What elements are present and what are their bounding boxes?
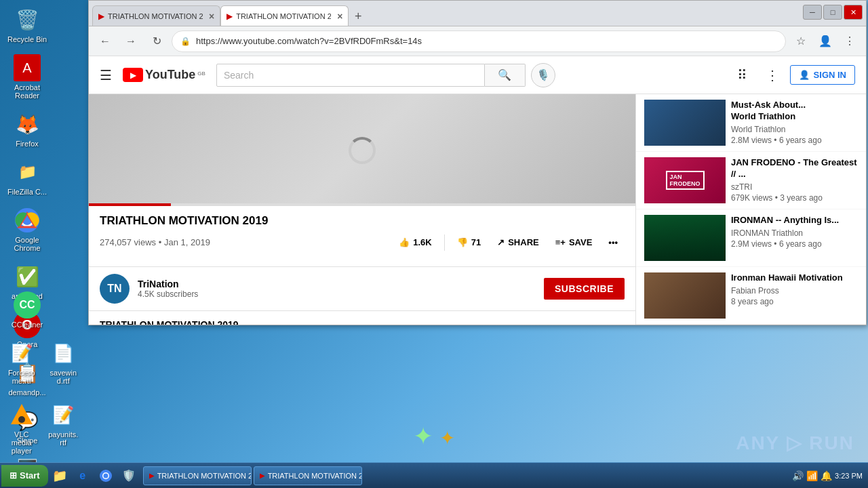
yt-logo-icon: ▶ — [123, 68, 143, 82]
close-button[interactable]: ✕ — [844, 5, 863, 20]
desktop-icon-chrome[interactable]: Google Chrome — [3, 204, 51, 255]
taskbar-task-2[interactable]: ▶ TRIATHLON MOTIVATION 2019 - Yo... — [254, 466, 362, 485]
yt-signin-button[interactable]: 👤 SIGN IN — [790, 65, 855, 85]
yt-mic-button[interactable]: 🎙️ — [531, 63, 555, 87]
taskbar-ie-icon[interactable]: e — [73, 466, 93, 486]
video-loading-spinner — [349, 137, 376, 164]
browser-tab-1[interactable]: ▶ TRIATHLON MOTIVATION 2019 - Yo... × — [92, 5, 220, 26]
sidebar-vid-channel-4: Fabian Pross — [731, 286, 858, 296]
task1-label: TRIATHLON MOTIVATION 2019 - Yo... — [157, 472, 252, 480]
save-button[interactable]: ≡+ SAVE — [549, 233, 599, 251]
new-tab-button[interactable]: + — [349, 7, 368, 26]
forward-button[interactable]: → — [120, 30, 142, 52]
channel-info: TriNation 4.5K subscribers — [138, 279, 536, 299]
tray-network-icon[interactable]: 🔊 — [792, 470, 804, 481]
sidebar-video-2[interactable]: JANFRODENO JAN FRODENO - The Greatest //… — [636, 152, 866, 209]
acrobat-icon: A — [14, 54, 41, 81]
taskbar-tasks: ▶ TRIATHLON MOTIVATION 2019 - Yo... ▶ TR… — [143, 466, 784, 485]
forcesome-icon: 📝 — [8, 340, 35, 367]
yt-more-button[interactable]: ⋮ — [760, 63, 785, 87]
desktop-icon-ccleaner[interactable]: CC CCleaner — [3, 289, 51, 331]
desktop-icon-filezilla[interactable]: 📁 FileZilla C... — [3, 156, 51, 199]
sidebar-thumb-3 — [644, 215, 726, 261]
sidebar-vid-info-2: JAN FRODENO - The Greatest // ... szTRI … — [731, 157, 858, 203]
yt-logo-sup: GB — [197, 70, 205, 77]
yt-logo-text: YouTube — [145, 68, 195, 82]
desktop-icon-acrobat[interactable]: A Acrobat Reader — [3, 52, 51, 102]
profile-button[interactable]: 👤 — [814, 30, 836, 52]
sidebar-vid-title-3: IRONMAN -- Anything Is... — [731, 215, 858, 226]
chrome-label: Google Chrome — [6, 236, 48, 252]
desktop: 🗑️ Recycle Bin A Acrobat Reader 🦊 Firefo… — [0, 0, 868, 488]
svg-point-7 — [103, 473, 108, 478]
tab1-favicon: ▶ — [98, 12, 104, 21]
subscribe-button[interactable]: SUBSCRIBE — [544, 278, 625, 300]
sidebar-vid-title-2: JAN FRODENO - The Greatest // ... — [731, 157, 858, 180]
yt-search-input[interactable]: Search — [216, 64, 485, 87]
vlc-label: VLC media player — [6, 430, 37, 455]
channel-name[interactable]: TriNation — [138, 279, 536, 289]
browser-tab-2[interactable]: ▶ TRIATHLON MOTIVATION 2019 - Yo... × — [220, 5, 349, 26]
dislike-count: 71 — [471, 237, 481, 247]
forcesome-label: Forcesome.rtf — [6, 369, 37, 385]
desktop-icon-firefox[interactable]: 🦊 Firefox — [3, 108, 51, 150]
tray-volume-icon[interactable]: 📶 — [806, 470, 818, 481]
yt-apps-button[interactable]: ⠿ — [730, 63, 755, 87]
tray-battery-icon[interactable]: 🔔 — [821, 470, 832, 481]
address-bar[interactable]: 🔒 https://www.youtube.com/watch?v=2BVfRD… — [172, 30, 786, 52]
tab1-label: TRIATHLON MOTIVATION 2019 - Yo... — [108, 12, 203, 20]
video-player[interactable] — [89, 94, 635, 206]
yt-logo[interactable]: ▶ YouTube GB — [123, 68, 205, 82]
video-actions: 👍 1.6K 👎 71 ↗ SHARE — [392, 233, 625, 251]
taskbar-task-1[interactable]: ▶ TRIATHLON MOTIVATION 2019 - Yo... — [143, 466, 252, 485]
like-button[interactable]: 👍 1.6K — [392, 233, 438, 251]
minimize-button[interactable]: ─ — [803, 5, 822, 20]
sidebar-video-4[interactable]: Ironman Hawaii Motivation Fabian Pross 8… — [636, 267, 866, 325]
back-button[interactable]: ← — [94, 30, 116, 52]
taskbar-folder-icon[interactable]: 📁 — [50, 466, 70, 486]
refresh-button[interactable]: ↻ — [146, 30, 167, 52]
tab1-close-button[interactable]: × — [209, 11, 214, 22]
taskbar-chrome-icon[interactable] — [96, 466, 116, 486]
video-meta-row: 274,057 views • Jan 1, 2019 👍 1.6K — [100, 233, 625, 251]
menu-button[interactable]: ⋮ — [839, 30, 861, 52]
channel-avatar: TN — [100, 274, 130, 304]
url-text: https://www.youtube.com/watch?v=2BVfRD0F… — [196, 36, 777, 46]
maximize-button[interactable]: □ — [823, 5, 842, 20]
desktop-icon-payunits[interactable]: 📝 payunits.rtf — [45, 399, 82, 458]
bookmark-button[interactable]: ☆ — [790, 30, 812, 52]
more-actions-button[interactable]: ••• — [601, 233, 625, 251]
dislike-button[interactable]: 👎 71 — [450, 233, 488, 251]
task2-label: TRIATHLON MOTIVATION 2019 - Yo... — [268, 472, 362, 480]
like-count: 1.6K — [413, 237, 431, 247]
sidebar-vid-title-1: Must-Ask About...World Triathlon — [731, 100, 858, 123]
desktop-icon-forcesome[interactable]: 📝 Forcesome.rtf — [3, 337, 40, 388]
share-button[interactable]: ↗ SHARE — [490, 233, 546, 251]
sidebar-vid-info-4: Ironman Hawaii Motivation Fabian Pross 8… — [731, 272, 858, 319]
video-title: TRIATHLON MOTIVATION 2019 — [100, 214, 625, 228]
desktop-icon-recycle-bin[interactable]: 🗑️ Recycle Bin — [3, 3, 51, 46]
desktop-icon-savewind[interactable]: 📄 savewind.rtf — [45, 337, 82, 388]
sidebar-vid-meta-1: 2.8M views • 6 years ago — [731, 136, 858, 145]
youtube-page: ☰ ▶ YouTube GB Search 🔍 🎙️ ⠿ ⋮ — [89, 56, 866, 325]
tab2-label: TRIATHLON MOTIVATION 2019 - Yo... — [236, 12, 331, 20]
start-button[interactable]: ⊞ Start — [1, 465, 48, 487]
yt-main-content: TRIATHLON MOTIVATION 2019 274,057 views … — [89, 94, 866, 325]
savewind-icon: 📄 — [50, 340, 77, 367]
dislike-icon: 👎 — [457, 237, 468, 247]
taskbar-avast-icon[interactable]: 🛡️ — [119, 466, 139, 486]
sidebar-vid-title-4: Ironman Hawaii Motivation — [731, 272, 858, 284]
tab2-favicon: ▶ — [226, 12, 233, 21]
chrome-icon — [14, 207, 41, 234]
desktop-icon-vlc[interactable]: VLC media player — [3, 399, 40, 458]
video-progress-fill — [89, 203, 171, 206]
video-progress-bar[interactable] — [89, 203, 635, 206]
video-date-separator: • — [159, 237, 164, 247]
yt-search-button[interactable]: 🔍 — [485, 64, 526, 87]
sidebar-video-1[interactable]: Must-Ask About...World Triathlon World T… — [636, 94, 866, 152]
video-info: TRIATHLON MOTIVATION 2019 274,057 views … — [89, 206, 635, 266]
anyrun-watermark: ANY ▷ RUN — [736, 432, 854, 454]
tab2-close-button[interactable]: × — [337, 11, 342, 22]
sidebar-video-3[interactable]: IRONMAN -- Anything Is... IRONMAN Triath… — [636, 209, 866, 267]
yt-menu-icon[interactable]: ☰ — [100, 67, 112, 83]
